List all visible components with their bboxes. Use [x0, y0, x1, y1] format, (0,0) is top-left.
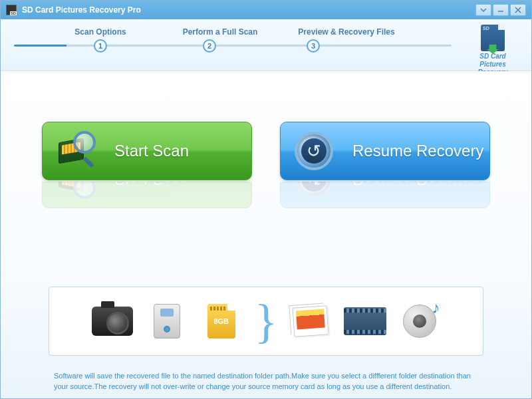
step-circle-2: 2: [203, 39, 216, 53]
step-label-1: Scan Options: [41, 27, 160, 37]
resume-recovery-label: Resume Recovery: [347, 142, 489, 160]
minimize-button[interactable]: [493, 4, 509, 16]
harddrive-icon: [146, 300, 188, 342]
camera-icon: [91, 300, 134, 342]
start-scan-label: Start Scan: [109, 142, 251, 160]
titlebar: SD Card Pictures Recovery Pro: [1, 1, 531, 19]
dropdown-button[interactable]: [475, 4, 491, 16]
step-label-3: Preview & Recovery Files: [280, 27, 413, 37]
start-scan-button[interactable]: Start Scan: [42, 122, 252, 180]
close-button[interactable]: [510, 4, 526, 16]
step-label-2: Perform a Full Scan: [160, 27, 280, 37]
stepper-line: [14, 45, 452, 47]
brand-logo: SD SD Card Pictures Recovery: [466, 25, 519, 76]
main-content: Start Scan Resume Recovery Start Scan Re…: [1, 71, 531, 398]
resume-recovery-button[interactable]: Resume Recovery: [280, 122, 490, 180]
brace-icon: }: [255, 300, 278, 342]
clock-icon: [293, 130, 335, 172]
step-circle-1: 1: [94, 39, 107, 53]
stepper: Scan Options Perform a Full Scan Preview…: [1, 19, 531, 71]
sdcard-8gb-icon: 8GB: [200, 300, 243, 342]
scan-icon: [55, 130, 97, 172]
footer-text: Software will save the recovered file to…: [54, 370, 478, 392]
step-circle-3: 3: [307, 39, 320, 53]
app-title: SD Card Pictures Recovery Pro: [22, 5, 141, 15]
film-icon: [344, 300, 386, 342]
app-icon: [6, 5, 17, 15]
sdcard-icon: SD: [481, 25, 505, 51]
audio-icon: [398, 300, 441, 342]
devices-panel: 8GB }: [49, 287, 483, 356]
photo-icon: [289, 300, 332, 342]
